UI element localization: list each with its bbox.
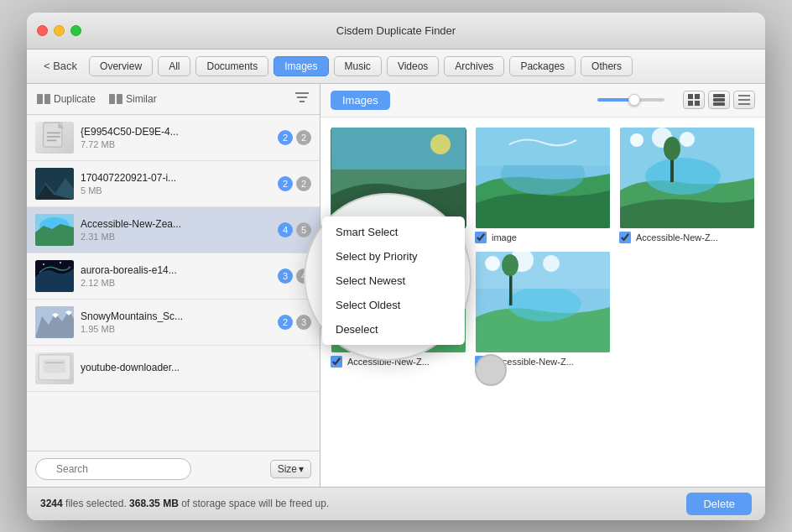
view-buttons <box>683 91 755 109</box>
tab-images[interactable]: Images <box>274 56 328 76</box>
svg-rect-32 <box>688 101 693 106</box>
badge-count: 2 <box>278 130 293 145</box>
item-thumbnail <box>35 122 74 154</box>
svg-rect-1 <box>44 94 50 104</box>
tab-packages[interactable]: Packages <box>509 56 576 76</box>
maximize-button[interactable] <box>70 25 81 36</box>
content-area: Duplicate Similar <box>27 84 765 487</box>
item-name: youtube-downloader... <box>81 362 306 373</box>
duplicate-label: Duplicate <box>54 93 96 105</box>
dropdown-item-oldest[interactable]: Select Oldest <box>322 293 465 317</box>
dropdown-item-newest[interactable]: Select Newest <box>322 269 465 293</box>
item-info: SnowyMountains_Sc... 1.95 MB <box>81 310 273 334</box>
svg-rect-36 <box>713 102 725 106</box>
item-size: 7.72 MB <box>81 139 273 149</box>
item-badges: 2 2 <box>278 130 311 145</box>
similar-icon <box>109 94 122 104</box>
svg-rect-35 <box>713 98 725 102</box>
item-size: 2.31 MB <box>81 232 273 242</box>
item-info: Accessible-New-Zea... 2.31 MB <box>81 218 273 242</box>
badge-total: 2 <box>296 176 311 191</box>
filter-icon <box>294 91 310 104</box>
list-view-button[interactable] <box>733 91 755 109</box>
photo-checkbox-2[interactable] <box>619 232 631 243</box>
tab-videos[interactable]: Videos <box>387 56 439 76</box>
item-name: {E9954C50-DE9E-4... <box>81 126 273 138</box>
item-name: 170407220921-07-i... <box>81 172 273 184</box>
delete-button[interactable]: Delete <box>686 493 752 515</box>
size-label: Size <box>278 463 297 475</box>
item-info: 170407220921-07-i... 5 MB <box>81 172 273 196</box>
tab-overview[interactable]: Overview <box>89 56 153 76</box>
list-item[interactable]: 170407220921-07-i... 5 MB 2 2 <box>27 161 320 207</box>
svg-point-52 <box>664 137 680 160</box>
duplicate-toggle[interactable]: Duplicate <box>37 93 96 105</box>
dropdown-item-deselect[interactable]: Deselect <box>322 317 465 342</box>
item-thumbnail <box>35 260 74 292</box>
badge-count: 2 <box>278 315 293 330</box>
similar-toggle[interactable]: Similar <box>109 93 157 105</box>
svg-point-20 <box>43 263 44 265</box>
item-name: aurora-borealis-e14... <box>81 264 273 276</box>
svg-rect-34 <box>713 94 725 97</box>
window-title: Cisdem Duplicate Finder <box>336 24 456 37</box>
dropdown-item-by-priority[interactable]: Select by Priority <box>322 244 465 269</box>
size-dropdown-button[interactable]: Size ▾ <box>270 460 311 478</box>
item-thumbnail <box>35 306 74 338</box>
svg-rect-30 <box>688 94 693 99</box>
item-thumbnail <box>35 214 74 246</box>
minimize-button[interactable] <box>54 25 65 36</box>
main-toolbar: Images <box>320 84 765 117</box>
list-item[interactable]: youtube-downloader... <box>27 346 320 392</box>
sidebar-footer: 🔍 Size ▾ <box>27 451 320 487</box>
dropdown-overlay: Smart Select Select by Priority Select N… <box>304 193 522 386</box>
item-info: {E9954C50-DE9E-4... 7.72 MB <box>81 126 273 149</box>
filter-button[interactable] <box>294 91 310 107</box>
tab-music[interactable]: Music <box>334 56 382 76</box>
list-icon <box>738 94 750 106</box>
item-size: 5 MB <box>81 185 273 196</box>
storage-size: 368.35 MB <box>129 498 179 509</box>
files-selected-label: files selected. <box>65 498 127 509</box>
list-item[interactable]: {E9954C50-DE9E-4... 7.72 MB 2 2 <box>27 115 320 161</box>
toolbar: < Back Overview All Documents Images Mus… <box>27 50 765 84</box>
list-item[interactable]: SnowyMountains_Sc... 1.95 MB 2 3 <box>27 300 320 346</box>
svg-rect-31 <box>695 94 700 99</box>
filmstrip-icon <box>713 94 725 106</box>
slider-thumb <box>628 94 640 106</box>
back-button[interactable]: < Back <box>37 58 84 74</box>
svg-point-48 <box>630 133 644 147</box>
svg-rect-45 <box>476 128 610 165</box>
storage-freed-label: of storage space will be freed up. <box>181 498 329 509</box>
search-input[interactable] <box>35 458 191 480</box>
search-wrapper: 🔍 <box>35 458 265 480</box>
bottom-bar: 3244 files selected. 368.35 MB of storag… <box>27 487 765 520</box>
close-button[interactable] <box>37 25 48 36</box>
svg-point-50 <box>680 132 695 147</box>
svg-rect-2 <box>109 94 115 104</box>
svg-point-47 <box>645 158 721 195</box>
tab-all[interactable]: All <box>158 56 190 76</box>
item-info: aurora-borealis-e14... 2.12 MB <box>81 264 273 288</box>
list-item[interactable]: Accessible-New-Zea... 2.31 MB 4 5 <box>27 207 320 253</box>
badge-count: 2 <box>278 176 293 191</box>
badge-count: 3 <box>278 269 293 284</box>
tab-others[interactable]: Others <box>581 56 633 76</box>
traffic-lights <box>37 25 81 36</box>
item-size: 2.12 MB <box>81 278 273 288</box>
zoom-slider[interactable] <box>597 98 664 102</box>
svg-rect-0 <box>37 94 43 104</box>
sidebar-header: Duplicate Similar <box>27 84 320 115</box>
svg-rect-28 <box>43 359 65 373</box>
photo-svg <box>619 128 755 228</box>
dropdown-item-smart-select[interactable]: Smart Select <box>322 220 465 244</box>
list-item[interactable]: aurora-borealis-e14... 2.12 MB 3 4 <box>27 253 320 300</box>
tab-documents[interactable]: Documents <box>195 56 268 76</box>
item-info: youtube-downloader... <box>81 362 306 375</box>
item-thumbnail <box>35 352 74 384</box>
grid-view-button[interactable] <box>683 91 705 109</box>
svg-point-22 <box>69 266 70 267</box>
filmstrip-view-button[interactable] <box>708 91 730 109</box>
photo-item: Accessible-New-Z... <box>619 128 755 243</box>
tab-archives[interactable]: Archives <box>444 56 504 76</box>
